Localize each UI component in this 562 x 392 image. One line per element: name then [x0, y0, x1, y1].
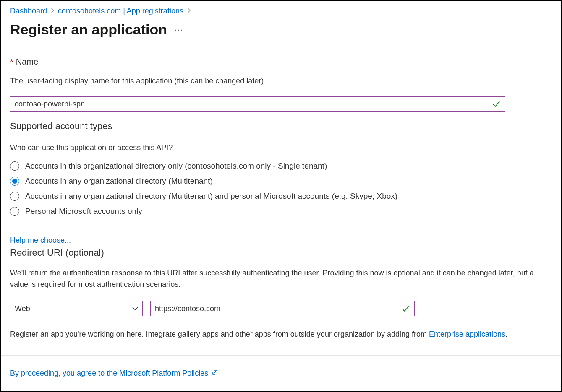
page-title: Register an application: [10, 21, 167, 38]
redirect-uri-heading: Redirect URI (optional): [10, 247, 552, 258]
radio-icon: [10, 192, 19, 201]
chevron-right-icon: [50, 7, 55, 16]
check-icon: [401, 304, 410, 313]
more-icon[interactable]: ···: [175, 25, 183, 34]
radio-icon: [10, 207, 19, 216]
chevron-down-icon: [132, 305, 139, 312]
account-type-option-multitenant-personal[interactable]: Accounts in any organizational directory…: [10, 192, 552, 201]
radio-label: Accounts in any organizational directory…: [25, 177, 213, 186]
radio-icon: [10, 161, 19, 171]
check-icon: [492, 100, 500, 108]
account-types-heading: Supported account types: [10, 121, 552, 132]
breadcrumb-item-app-registrations[interactable]: contosohotels.com | App registrations: [58, 7, 183, 16]
required-star-icon: *: [10, 57, 13, 66]
chevron-right-icon: [187, 7, 191, 16]
platform-select[interactable]: Web: [10, 301, 143, 316]
enterprise-applications-link[interactable]: Enterprise applications: [429, 330, 505, 338]
platform-policies-link[interactable]: By proceeding, you agree to the Microsof…: [10, 369, 208, 378]
account-types-radio-group: Accounts in this organizational director…: [10, 161, 552, 216]
account-type-option-multitenant[interactable]: Accounts in any organizational directory…: [10, 177, 552, 186]
redirect-uri-description: We'll return the authentication response…: [10, 267, 552, 290]
account-type-option-personal-only[interactable]: Personal Microsoft accounts only: [10, 207, 552, 216]
radio-label: Accounts in any organizational directory…: [25, 192, 397, 201]
external-link-icon: [212, 369, 218, 378]
radio-label: Personal Microsoft accounts only: [25, 207, 142, 216]
name-help-text: The user-facing display name for this ap…: [10, 76, 552, 86]
breadcrumb: Dashboard contosohotels.com | App regist…: [10, 1, 552, 16]
footer-divider: [1, 355, 561, 356]
breadcrumb-item-dashboard[interactable]: Dashboard: [10, 7, 47, 16]
account-type-option-single-tenant[interactable]: Accounts in this organizational director…: [10, 161, 552, 171]
radio-label: Accounts in this organizational director…: [25, 161, 327, 171]
platform-select-value: Web: [15, 304, 30, 313]
radio-icon-selected: [10, 177, 19, 186]
help-me-choose-link[interactable]: Help me choose...: [10, 236, 71, 245]
name-label: *Name: [10, 57, 552, 67]
app-name-input[interactable]: [10, 96, 505, 112]
redirect-uri-input[interactable]: [150, 301, 415, 316]
account-types-question: Who can use this application or access t…: [10, 143, 552, 152]
register-note: Register an app you're working on here. …: [10, 329, 552, 340]
